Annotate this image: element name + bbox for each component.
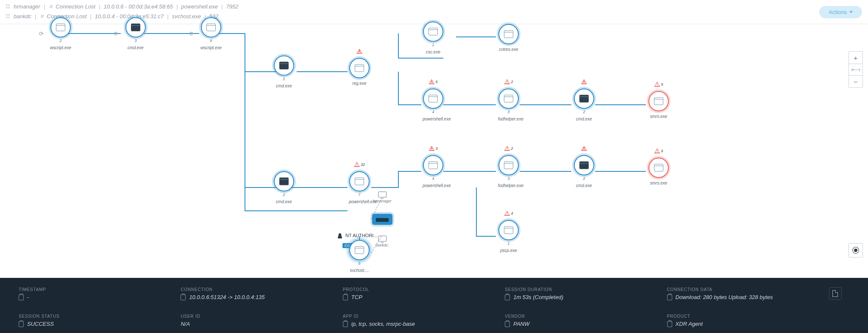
node-smrs-1[interactable]: !9 smrs.exe [648, 91, 669, 119]
field-duration: SESSION DURATION 1m 53s (Completed) [505, 287, 667, 306]
node-wscript-1[interactable]: ⟳ 2 wscript.exe [50, 17, 71, 50]
clipboard-icon[interactable] [343, 321, 348, 327]
crumb-detail: 10.0.0.6 - 00:0d:3a:e4:58:65 [104, 3, 173, 10]
breadcrumb-row-0[interactable]: hrmanager| ✕ Connection Lost| 10.0.0.6 -… [6, 2, 862, 11]
node-smrs-2[interactable]: !9 smrs.exe [648, 158, 669, 185]
node-powershell-2[interactable]: A3 4 powershell.exe [423, 155, 444, 188]
field-appid: APP ID ip, tcp, socks, msrpc-base [343, 314, 505, 333]
mini-host-bankdc: bankdc: [376, 236, 389, 247]
node-powershell-3[interactable]: !32 7 powershell.exe [349, 171, 370, 204]
node-cmd-low[interactable]: 2 cmd.exe [273, 171, 295, 204]
node-cvtres[interactable]: cvtres.exe [498, 24, 519, 52]
field-connection: CONNECTION 10.0.0.6:51324 -> 10.0.0.4:13… [181, 287, 342, 306]
node-cmd-mid[interactable]: 2 cmd.exe [273, 56, 295, 88]
process-tree-canvas[interactable]: ⟳ 2 wscript.exe ⟳ 3 cmd.exe ⟳ 9 wscript.… [0, 24, 868, 272]
hash-icon: ✕ [48, 3, 53, 10]
clipboard-icon[interactable] [667, 321, 672, 327]
person-icon [337, 232, 343, 238]
page-icon [832, 290, 838, 297]
crumb-status: Connection Lost [56, 3, 95, 10]
clipboard-icon[interactable] [505, 294, 510, 300]
warning-icon: ! [504, 79, 510, 84]
node-fodhelper-2[interactable]: !2 3 fodhelper.exe [498, 155, 519, 188]
warning-icon: ! [354, 162, 360, 167]
target-icon [854, 249, 857, 252]
field-protocol: PROTOCOL TCP [343, 287, 505, 306]
field-product: PRODUCT XDR Agent [667, 314, 829, 333]
clipboard-icon[interactable] [19, 321, 24, 327]
field-conndata: CONNECTION DATA Download: 280 bytes Uplo… [667, 287, 829, 306]
warning-icon: ! [504, 146, 510, 151]
field-timestamp: TIMESTAMP - [19, 287, 181, 306]
node-fodhelper-1[interactable]: !2 3 fodhelper.exe [498, 89, 519, 121]
node-cmd-r1[interactable]: B 2 cmd.exe [573, 89, 595, 121]
zoom-in-button[interactable]: + [849, 52, 862, 64]
warning-icon: A [428, 146, 434, 151]
hash-icon: ✕ [39, 13, 44, 20]
zoom-out-button[interactable]: − [849, 76, 862, 87]
crumb-host: hrmanager [14, 3, 40, 10]
warning-icon: A [356, 49, 362, 54]
field-user: USER ID N/A [181, 314, 342, 333]
device-node[interactable] [372, 214, 392, 225]
node-pscp[interactable]: !4 1 pscp.exe [498, 220, 519, 253]
locate-button[interactable] [849, 243, 863, 257]
warning-icon: ! [504, 211, 510, 216]
clipboard-icon[interactable] [667, 294, 672, 300]
refresh-icon: ⟳ [39, 31, 44, 37]
crumb-proc: svchost.exe [172, 13, 201, 20]
node-cmd-top[interactable]: ⟳ 3 cmd.exe [125, 17, 146, 50]
actions-button[interactable]: Actions [819, 6, 862, 18]
warning-icon: B [581, 79, 587, 84]
drag-handle-icon[interactable] [6, 14, 11, 19]
drag-handle-icon[interactable] [6, 4, 11, 9]
warning-icon: B [581, 146, 587, 151]
detail-panel: TIMESTAMP - CONNECTION 10.0.0.6:51324 ->… [0, 278, 868, 333]
clipboard-icon[interactable] [343, 294, 348, 300]
refresh-icon: ⟳ [114, 31, 119, 37]
crumb-host: bankdc [14, 13, 31, 20]
refresh-icon: ⟳ [189, 31, 194, 37]
node-wscript-2[interactable]: ⟳ 9 wscript.exe [200, 17, 222, 50]
crumb-pid: 7952 [226, 3, 238, 10]
node-powershell-1[interactable]: A5 4 powershell.exe [423, 89, 444, 121]
zoom-fit-button[interactable]: ⊢··⊣ [849, 64, 862, 76]
clipboard-icon[interactable] [181, 294, 186, 300]
field-status: SESSION STATUS SUCCESS [19, 314, 181, 333]
chevron-down-icon [849, 11, 853, 13]
node-reg[interactable]: A reg.exe [349, 58, 370, 86]
node-svchost-selected[interactable]: 5 svchost.... [349, 240, 370, 273]
mini-host-hrmanager: hrmanager [373, 192, 392, 203]
node-csc[interactable]: 1 csc.exe [423, 22, 444, 54]
document-button[interactable] [829, 287, 842, 300]
field-vendor: VENDOR PANW [505, 314, 667, 333]
monitor-icon [378, 236, 387, 242]
zoom-controls: + ⊢··⊣ − [849, 51, 863, 88]
clipboard-icon[interactable] [505, 321, 510, 327]
warning-icon: A [428, 79, 434, 84]
warning-icon: ! [654, 82, 660, 87]
monitor-icon [378, 192, 387, 198]
user-label: NT AUTHORI... [337, 232, 378, 238]
warning-icon: ! [654, 148, 660, 154]
node-cmd-r2[interactable]: B 2 cmd.exe [573, 155, 595, 188]
crumb-proc: powershell.exe [181, 3, 218, 10]
actions-label: Actions [829, 9, 847, 15]
clipboard-icon[interactable] [19, 294, 24, 300]
